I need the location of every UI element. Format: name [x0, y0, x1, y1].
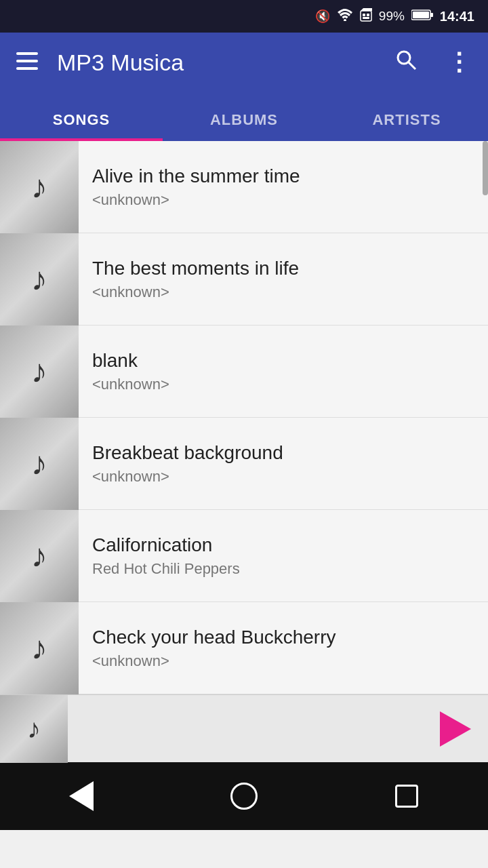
scrollbar-track[interactable]	[483, 141, 488, 694]
svg-rect-3	[363, 14, 365, 16]
battery-icon	[411, 9, 433, 24]
song-info: The best moments in life <unknown>	[92, 258, 474, 301]
time-display: 14:41	[440, 9, 474, 24]
now-playing-bar[interactable]: ♪	[0, 694, 488, 762]
play-button[interactable]	[428, 705, 477, 753]
song-thumbnail: ♪	[0, 602, 79, 694]
song-thumbnail: ♪	[0, 418, 79, 510]
song-item[interactable]: ♪ Alive in the summer time <unknown>	[0, 141, 488, 233]
wifi-icon	[337, 9, 353, 24]
song-thumbnail: ♪	[0, 141, 79, 233]
music-note-icon: ♪	[31, 260, 47, 298]
more-options-icon[interactable]: ⋮	[447, 48, 472, 77]
song-item[interactable]: ♪ Check your head Buckcherry <unknown>	[0, 602, 488, 694]
song-artist: <unknown>	[92, 652, 474, 670]
search-icon[interactable]	[395, 49, 417, 76]
song-artist: <unknown>	[92, 468, 474, 486]
song-item[interactable]: ♪ The best moments in life <unknown>	[0, 233, 488, 326]
music-note-icon: ♪	[31, 168, 47, 205]
home-button[interactable]	[217, 769, 271, 823]
song-thumbnail: ♪	[0, 510, 79, 602]
play-triangle-icon	[440, 711, 471, 747]
hamburger-icon[interactable]	[16, 52, 38, 73]
svg-rect-5	[363, 17, 369, 19]
song-title: Alive in the summer time	[92, 165, 474, 187]
music-note-icon: ♪	[27, 713, 41, 744]
back-button[interactable]	[54, 769, 108, 823]
song-info: blank <unknown>	[92, 350, 474, 393]
song-title: blank	[92, 350, 474, 372]
tab-artists[interactable]: ARTISTS	[325, 111, 488, 141]
svg-rect-1	[361, 11, 371, 21]
svg-rect-11	[16, 67, 38, 70]
recents-icon	[395, 785, 418, 808]
svg-marker-2	[361, 8, 372, 11]
svg-line-13	[409, 62, 415, 69]
song-title: Check your head Buckcherry	[92, 627, 474, 648]
status-icons: 🔇 99% 14:41	[315, 8, 474, 25]
song-artist: <unknown>	[92, 283, 474, 301]
svg-point-0	[344, 19, 346, 21]
music-note-icon: ♪	[31, 537, 47, 574]
song-item[interactable]: ♪ Californication Red Hot Chili Peppers	[0, 510, 488, 602]
song-title: Californication	[92, 534, 474, 556]
svg-rect-9	[16, 52, 38, 55]
music-note-icon: ♪	[31, 629, 47, 667]
song-info: Californication Red Hot Chili Peppers	[92, 534, 474, 578]
home-icon	[230, 783, 258, 810]
tabs-bar: SONGS ALBUMS ARTISTS	[0, 92, 488, 141]
mute-icon: 🔇	[315, 9, 330, 24]
song-artist: <unknown>	[92, 191, 474, 209]
song-item[interactable]: ♪ blank <unknown>	[0, 326, 488, 418]
svg-rect-7	[430, 13, 433, 17]
song-title: The best moments in life	[92, 258, 474, 279]
song-artist: <unknown>	[92, 376, 474, 393]
tab-songs[interactable]: SONGS	[0, 111, 163, 141]
song-thumbnail: ♪	[0, 326, 79, 418]
song-info: Check your head Buckcherry <unknown>	[92, 627, 474, 670]
now-playing-thumbnail: ♪	[0, 695, 68, 763]
music-note-icon: ♪	[31, 445, 47, 482]
song-info: Alive in the summer time <unknown>	[92, 165, 474, 209]
svg-rect-10	[16, 60, 38, 62]
recents-button[interactable]	[380, 769, 434, 823]
status-bar: 🔇 99% 14:41	[0, 0, 488, 33]
scrollbar-thumb[interactable]	[483, 141, 488, 195]
svg-rect-8	[413, 12, 429, 18]
song-item[interactable]: ♪ Breakbeat background <unknown>	[0, 418, 488, 510]
nav-bar	[0, 762, 488, 830]
sim-icon	[360, 8, 372, 25]
song-thumbnail: ♪	[0, 233, 79, 326]
song-artist: Red Hot Chili Peppers	[92, 560, 474, 578]
tab-albums[interactable]: ALBUMS	[163, 111, 325, 141]
song-list: ♪ Alive in the summer time <unknown> ♪ T…	[0, 141, 488, 694]
svg-point-12	[398, 52, 410, 64]
app-bar: MP3 Musica ⋮	[0, 33, 488, 92]
battery-percent: 99%	[379, 9, 405, 24]
app-title: MP3 Musica	[57, 50, 376, 76]
song-info: Breakbeat background <unknown>	[92, 442, 474, 486]
svg-rect-4	[367, 14, 369, 16]
song-title: Breakbeat background	[92, 442, 474, 464]
music-note-icon: ♪	[31, 353, 47, 390]
back-icon	[69, 781, 94, 811]
